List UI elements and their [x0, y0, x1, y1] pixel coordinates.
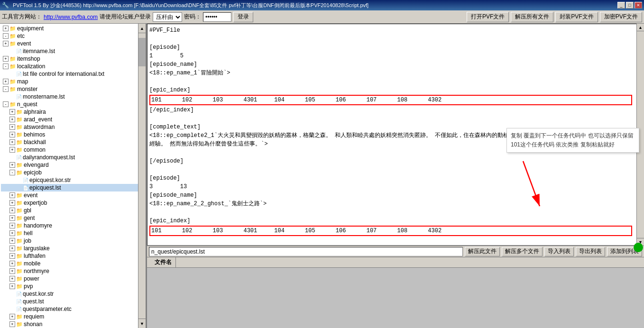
tree-item[interactable]: +📁 elvengard — [1, 161, 145, 169]
expand-icon[interactable]: + — [9, 314, 15, 319]
expand-icon[interactable]: + — [3, 79, 9, 84]
user-select[interactable]: 压杆由 — [153, 12, 182, 22]
folder-icon: 📁 — [9, 41, 16, 47]
tree-item[interactable]: -📁 etc — [1, 32, 145, 40]
file-icon: 📄 — [16, 49, 22, 54]
tree-item[interactable]: +📁 pvp — [1, 282, 145, 290]
tree-item[interactable]: 📄 lst file control for international.txt — [1, 70, 145, 78]
site-url[interactable]: http://www.pvfba.com — [44, 14, 98, 20]
tree-item[interactable]: +📁 shonan — [1, 320, 145, 328]
close-button[interactable]: ✕ — [635, 2, 642, 9]
expand-icon[interactable]: + — [9, 238, 15, 244]
tree-item[interactable]: +📁 blackhall — [1, 138, 145, 146]
tree-item[interactable]: +📁 arad_event — [1, 116, 145, 123]
expand-icon[interactable]: + — [9, 246, 15, 251]
expand-icon[interactable]: + — [3, 41, 9, 46]
expand-icon[interactable]: + — [9, 109, 15, 115]
tree-item[interactable]: +📁 alphraira — [1, 108, 145, 116]
open-pvf-button[interactable]: 打开PVF文件 — [467, 12, 509, 22]
folder-icon: 📁 — [16, 314, 23, 320]
expand-icon[interactable]: + — [9, 215, 15, 221]
expand-icon[interactable]: + — [9, 261, 15, 266]
tree-item[interactable]: 📄 epicquest.kor.str — [1, 176, 145, 184]
expand-icon[interactable]: - — [9, 170, 15, 175]
tree-item[interactable]: +📁 requiem — [1, 313, 145, 320]
expand-icon[interactable]: + — [9, 253, 15, 259]
tree-item[interactable]: -📁 monster — [1, 85, 145, 93]
list-content[interactable] — [147, 268, 644, 328]
tree-item[interactable]: +📁 gbl — [1, 207, 145, 214]
expand-icon[interactable]: + — [9, 192, 15, 198]
expand-icon[interactable]: + — [9, 117, 15, 122]
tree-item[interactable]: +📁 job — [1, 237, 145, 245]
expand-icon[interactable]: - — [3, 86, 9, 92]
tree-item[interactable]: +📁 equipment — [1, 25, 145, 32]
expand-icon[interactable]: + — [9, 147, 15, 153]
expand-icon[interactable]: + — [9, 230, 15, 236]
export-list-button[interactable]: 导出列表 — [576, 247, 605, 256]
folder-icon: 📁 — [16, 170, 23, 176]
tree-item[interactable]: +📁 gent — [1, 214, 145, 222]
folder-icon: 📁 — [9, 56, 16, 62]
expand-icon[interactable]: + — [9, 223, 15, 228]
tree-item[interactable]: +📁 event — [1, 191, 145, 199]
file-path-input[interactable] — [149, 247, 463, 256]
login-button[interactable]: 登录 — [233, 12, 253, 22]
expand-icon[interactable]: + — [9, 200, 15, 206]
expand-icon[interactable]: + — [3, 56, 9, 62]
tree-item[interactable]: 📄 questparameter.etc — [1, 305, 145, 313]
tree-item[interactable]: +📁 behimos — [1, 131, 145, 138]
import-list-button[interactable]: 导入列表 — [544, 247, 574, 256]
expand-icon[interactable]: + — [3, 26, 9, 31]
tree-item[interactable]: +📁 event — [1, 40, 145, 47]
expand-icon[interactable]: + — [9, 321, 15, 327]
tree-item[interactable]: +📁 mobile — [1, 260, 145, 267]
tree-item[interactable]: 📄 quest.kor.str — [1, 290, 145, 298]
tree-item[interactable]: +📁 lufthafen — [1, 252, 145, 260]
expand-icon[interactable]: - — [3, 64, 9, 69]
tree-item[interactable]: +📁 handomyre — [1, 222, 145, 229]
expand-icon[interactable]: - — [3, 33, 9, 39]
expand-icon[interactable]: + — [9, 276, 15, 282]
tree-item[interactable]: +📁 northmyre — [1, 267, 145, 275]
tree-item[interactable]: +📁 power — [1, 275, 145, 282]
file-tree-panel[interactable]: +📁 equipment-📁 etc+📁 event📄 itemname.lst… — [0, 24, 147, 328]
tree-item[interactable]: 📄 epicquest.lst — [1, 184, 145, 191]
tree-item[interactable]: +📁 map — [1, 78, 145, 85]
tree-item[interactable]: +📁 hell — [1, 229, 145, 237]
tree-item[interactable]: +📁 atswordman — [1, 123, 145, 131]
minimize-button[interactable]: _ — [617, 2, 625, 9]
expand-icon[interactable]: + — [9, 139, 15, 145]
expand-icon[interactable]: + — [9, 162, 15, 168]
pack-pvf-button[interactable]: 封装PVF文件 — [555, 12, 598, 22]
tree-item[interactable]: 📄 quest.lst — [1, 298, 145, 305]
tree-item[interactable]: +📁 common — [1, 146, 145, 154]
expand-icon[interactable]: + — [9, 124, 15, 130]
expand-icon[interactable]: - — [3, 101, 9, 107]
extract-multi-button[interactable]: 解压多个文件 — [502, 247, 543, 256]
tree-item[interactable]: 📄 itemname.lst — [1, 47, 145, 55]
tree-item[interactable]: 📄 dailyrandomquest.lst — [1, 154, 145, 161]
folder-icon: 📁 — [16, 124, 23, 130]
extract-file-button[interactable]: 解压此文件 — [465, 247, 500, 256]
tree-item[interactable]: -📁 epicjob — [1, 169, 145, 176]
extract-all-button[interactable]: 解压所有文件 — [511, 12, 553, 22]
maximize-button[interactable]: □ — [626, 2, 634, 9]
tree-item[interactable]: +📁 expertjob — [1, 199, 145, 207]
tree-item[interactable]: -📁 localization — [1, 63, 145, 70]
expand-icon[interactable]: + — [9, 132, 15, 137]
encrypt-pvf-button[interactable]: 加密PVF文件 — [600, 12, 642, 22]
expand-icon[interactable]: + — [9, 283, 15, 289]
tree-item[interactable]: 📄 monstername.lst — [1, 93, 145, 100]
tree-item[interactable]: +📁 larguslake — [1, 245, 145, 252]
expand-icon[interactable]: + — [9, 268, 15, 274]
folder-icon: 📁 — [16, 223, 23, 229]
tree-item[interactable]: +📁 itemshop — [1, 55, 145, 63]
file-icon: 📄 — [16, 292, 22, 297]
green-indicator — [634, 243, 643, 252]
expand-icon[interactable]: + — [9, 208, 15, 213]
password-input[interactable] — [203, 12, 231, 22]
tree-item[interactable]: -📁 n_quest — [1, 100, 145, 108]
toolbar: 工具官方网站： http://www.pvfba.com 请使用论坛账户登录 压… — [0, 10, 644, 24]
folder-icon: 📁 — [16, 230, 23, 237]
